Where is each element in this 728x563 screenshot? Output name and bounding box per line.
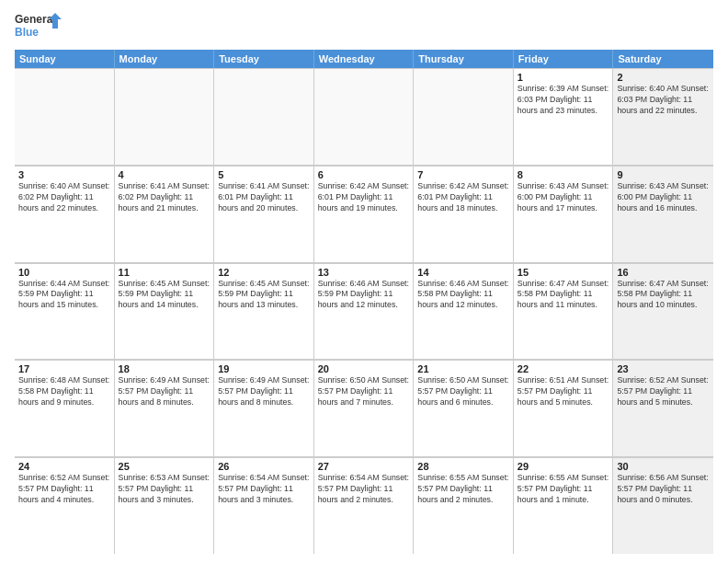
weekday-header: Sunday [15, 50, 115, 68]
calendar-cell: 10Sunrise: 6:44 AM Sunset: 5:59 PM Dayli… [15, 263, 115, 360]
calendar-cell: 7Sunrise: 6:42 AM Sunset: 6:01 PM Daylig… [414, 166, 514, 262]
calendar-cell: 15Sunrise: 6:47 AM Sunset: 5:58 PM Dayli… [514, 263, 614, 360]
day-number: 15 [518, 267, 609, 278]
day-number: 5 [218, 169, 310, 180]
day-info: Sunrise: 6:56 AM Sunset: 5:57 PM Dayligh… [617, 473, 710, 506]
calendar-cell: 9Sunrise: 6:43 AM Sunset: 6:00 PM Daylig… [613, 166, 713, 262]
day-info: Sunrise: 6:52 AM Sunset: 5:57 PM Dayligh… [617, 375, 710, 408]
calendar-cell: 27Sunrise: 6:54 AM Sunset: 5:57 PM Dayli… [314, 457, 415, 554]
calendar-cell: 14Sunrise: 6:46 AM Sunset: 5:58 PM Dayli… [414, 263, 514, 360]
day-info: Sunrise: 6:40 AM Sunset: 6:03 PM Dayligh… [617, 84, 710, 117]
day-number: 10 [18, 267, 110, 278]
day-number: 9 [617, 169, 710, 180]
day-number: 24 [18, 461, 110, 472]
day-info: Sunrise: 6:49 AM Sunset: 5:57 PM Dayligh… [218, 375, 310, 408]
day-info: Sunrise: 6:44 AM Sunset: 5:59 PM Dayligh… [18, 279, 110, 312]
calendar-cell: 17Sunrise: 6:48 AM Sunset: 5:58 PM Dayli… [15, 360, 115, 456]
day-number: 4 [119, 169, 210, 180]
day-number: 12 [218, 267, 310, 278]
day-info: Sunrise: 6:53 AM Sunset: 5:57 PM Dayligh… [119, 473, 210, 506]
calendar-row: 1Sunrise: 6:39 AM Sunset: 6:03 PM Daylig… [15, 68, 713, 166]
weekday-header: Thursday [414, 50, 514, 68]
day-number: 25 [119, 461, 210, 472]
calendar-cell: 26Sunrise: 6:54 AM Sunset: 5:57 PM Dayli… [214, 457, 314, 554]
day-info: Sunrise: 6:45 AM Sunset: 5:59 PM Dayligh… [218, 279, 310, 312]
day-info: Sunrise: 6:43 AM Sunset: 6:00 PM Dayligh… [617, 181, 710, 214]
calendar-row: 24Sunrise: 6:52 AM Sunset: 5:57 PM Dayli… [15, 457, 713, 554]
calendar-cell [314, 68, 415, 165]
calendar-cell: 18Sunrise: 6:49 AM Sunset: 5:57 PM Dayli… [115, 360, 215, 456]
calendar: SundayMondayTuesdayWednesdayThursdayFrid… [15, 50, 713, 554]
calendar-cell: 5Sunrise: 6:41 AM Sunset: 6:01 PM Daylig… [214, 166, 314, 262]
calendar-cell: 21Sunrise: 6:50 AM Sunset: 5:57 PM Dayli… [414, 360, 514, 456]
calendar-cell: 25Sunrise: 6:53 AM Sunset: 5:57 PM Dayli… [115, 457, 215, 554]
day-number: 26 [218, 461, 310, 472]
day-number: 18 [119, 363, 210, 374]
calendar-cell: 20Sunrise: 6:50 AM Sunset: 5:57 PM Dayli… [314, 360, 415, 456]
weekday-header: Friday [514, 50, 614, 68]
calendar-cell: 13Sunrise: 6:46 AM Sunset: 5:59 PM Dayli… [314, 263, 415, 360]
calendar-cell: 11Sunrise: 6:45 AM Sunset: 5:59 PM Dayli… [115, 263, 215, 360]
calendar-cell [214, 68, 314, 165]
day-info: Sunrise: 6:40 AM Sunset: 6:02 PM Dayligh… [18, 181, 110, 214]
logo: General Blue [15, 11, 63, 44]
day-number: 20 [318, 363, 410, 374]
day-info: Sunrise: 6:48 AM Sunset: 5:58 PM Dayligh… [18, 375, 110, 408]
calendar-cell: 22Sunrise: 6:51 AM Sunset: 5:57 PM Dayli… [514, 360, 614, 456]
page: General Blue SundayMondayTuesdayWednesda… [0, 0, 728, 563]
calendar-cell: 19Sunrise: 6:49 AM Sunset: 5:57 PM Dayli… [214, 360, 314, 456]
day-number: 28 [417, 461, 509, 472]
calendar-row: 17Sunrise: 6:48 AM Sunset: 5:58 PM Dayli… [15, 360, 713, 457]
day-info: Sunrise: 6:49 AM Sunset: 5:57 PM Dayligh… [119, 375, 210, 408]
day-number: 3 [18, 169, 110, 180]
day-info: Sunrise: 6:47 AM Sunset: 5:58 PM Dayligh… [518, 279, 609, 312]
calendar-cell: 12Sunrise: 6:45 AM Sunset: 5:59 PM Dayli… [214, 263, 314, 360]
day-info: Sunrise: 6:42 AM Sunset: 6:01 PM Dayligh… [417, 181, 509, 214]
day-number: 27 [318, 461, 410, 472]
day-info: Sunrise: 6:41 AM Sunset: 6:02 PM Dayligh… [119, 181, 210, 214]
day-number: 23 [617, 363, 710, 374]
day-info: Sunrise: 6:39 AM Sunset: 6:03 PM Dayligh… [518, 84, 609, 117]
day-info: Sunrise: 6:46 AM Sunset: 5:59 PM Dayligh… [318, 279, 410, 312]
day-info: Sunrise: 6:46 AM Sunset: 5:58 PM Dayligh… [417, 279, 509, 312]
calendar-cell: 6Sunrise: 6:42 AM Sunset: 6:01 PM Daylig… [314, 166, 415, 262]
calendar-row: 10Sunrise: 6:44 AM Sunset: 5:59 PM Dayli… [15, 263, 713, 361]
calendar-cell: 16Sunrise: 6:47 AM Sunset: 5:58 PM Dayli… [613, 263, 713, 360]
calendar-cell [15, 68, 115, 165]
weekday-header: Monday [115, 50, 215, 68]
calendar-cell: 2Sunrise: 6:40 AM Sunset: 6:03 PM Daylig… [613, 68, 713, 165]
calendar-cell: 4Sunrise: 6:41 AM Sunset: 6:02 PM Daylig… [115, 166, 215, 262]
day-info: Sunrise: 6:52 AM Sunset: 5:57 PM Dayligh… [18, 473, 110, 506]
day-number: 22 [518, 363, 609, 374]
calendar-cell: 28Sunrise: 6:55 AM Sunset: 5:57 PM Dayli… [414, 457, 514, 554]
calendar-cell: 1Sunrise: 6:39 AM Sunset: 6:03 PM Daylig… [514, 68, 614, 165]
day-number: 11 [119, 267, 210, 278]
day-number: 14 [417, 267, 509, 278]
day-info: Sunrise: 6:51 AM Sunset: 5:57 PM Dayligh… [518, 375, 609, 408]
day-info: Sunrise: 6:50 AM Sunset: 5:57 PM Dayligh… [318, 375, 410, 408]
day-number: 30 [617, 461, 710, 472]
day-info: Sunrise: 6:47 AM Sunset: 5:58 PM Dayligh… [617, 279, 710, 312]
day-number: 17 [18, 363, 110, 374]
day-number: 13 [318, 267, 410, 278]
calendar-cell: 24Sunrise: 6:52 AM Sunset: 5:57 PM Dayli… [15, 457, 115, 554]
calendar-cell: 30Sunrise: 6:56 AM Sunset: 5:57 PM Dayli… [613, 457, 713, 554]
weekday-header: Wednesday [314, 50, 415, 68]
weekday-header: Saturday [613, 50, 713, 68]
day-info: Sunrise: 6:55 AM Sunset: 5:57 PM Dayligh… [518, 473, 609, 506]
calendar-cell: 23Sunrise: 6:52 AM Sunset: 5:57 PM Dayli… [613, 360, 713, 456]
day-number: 8 [518, 169, 609, 180]
logo-svg: General Blue [15, 11, 63, 44]
calendar-header: SundayMondayTuesdayWednesdayThursdayFrid… [15, 50, 713, 68]
day-number: 19 [218, 363, 310, 374]
day-number: 29 [518, 461, 609, 472]
calendar-cell [414, 68, 514, 165]
day-info: Sunrise: 6:43 AM Sunset: 6:00 PM Dayligh… [518, 181, 609, 214]
day-info: Sunrise: 6:54 AM Sunset: 5:57 PM Dayligh… [318, 473, 410, 506]
calendar-row: 3Sunrise: 6:40 AM Sunset: 6:02 PM Daylig… [15, 166, 713, 263]
day-info: Sunrise: 6:55 AM Sunset: 5:57 PM Dayligh… [417, 473, 509, 506]
day-number: 1 [518, 72, 609, 83]
day-number: 2 [617, 72, 710, 83]
calendar-cell [115, 68, 215, 165]
day-number: 16 [617, 267, 710, 278]
